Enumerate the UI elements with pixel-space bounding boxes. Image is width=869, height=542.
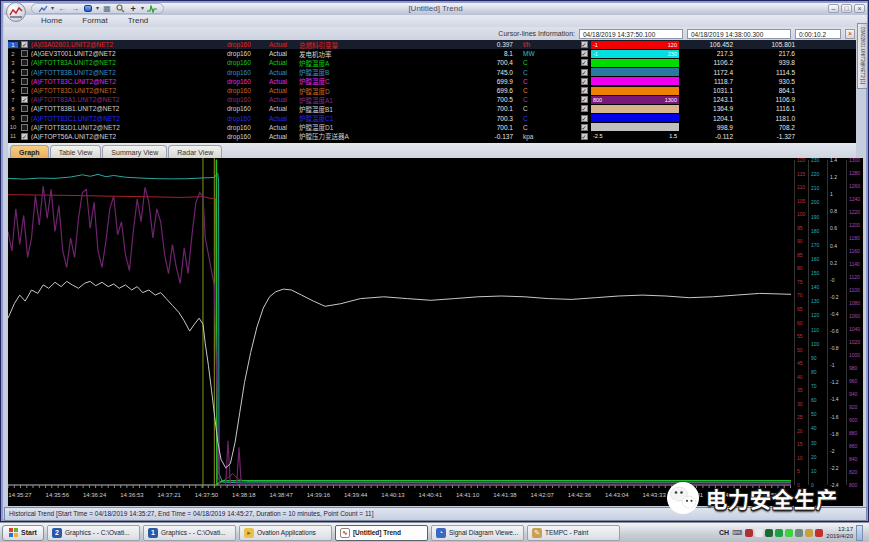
cursor-diff-value: -167.0 [795, 87, 856, 94]
window-icon[interactable] [83, 4, 93, 13]
forward-arrow-icon[interactable]: → [70, 4, 80, 13]
language-indicator[interactable]: CH [719, 529, 729, 536]
back-arrow-icon[interactable]: ← [57, 4, 67, 13]
cursor2-time-field[interactable]: 04/18/2019 14:38:00.300 [687, 29, 791, 39]
trend-window: [Untitled] Trend – □ × ▾ ← → ▾ ▦ [0, 0, 869, 522]
scale-min: -1 [593, 42, 598, 48]
scale-color-bar[interactable] [591, 123, 679, 131]
scale-color-bar[interactable]: -1230 [591, 50, 679, 58]
cursor-delta-field[interactable]: 0:00:10.2 [795, 29, 841, 39]
tab-graph[interactable]: Graph [10, 145, 49, 158]
axis-tick-label: 60 [797, 320, 803, 325]
plot-checkbox-cell: ✓ [577, 105, 591, 112]
row-checkbox[interactable]: ✓ [21, 41, 28, 48]
tray-icon-3[interactable] [765, 529, 773, 537]
plot-checkbox[interactable]: ✓ [581, 105, 588, 112]
cursor-info-close-icon[interactable]: × [845, 29, 855, 39]
plot-checkbox[interactable]: ✓ [581, 133, 588, 140]
zoom-icon[interactable] [115, 4, 125, 13]
signal-drop: drop160 [227, 50, 269, 57]
tab-table-view[interactable]: Table View [50, 145, 102, 158]
tray-icon-2[interactable] [755, 529, 763, 537]
plot-checkbox[interactable]: ✓ [581, 87, 588, 94]
taskbar-button-graphics-1[interactable]: 1Graphics - - C:\Ovati... [143, 525, 236, 541]
clock[interactable]: 13:17 2019/4/20 [826, 526, 853, 540]
tab-radar-view[interactable]: Radar View [168, 145, 222, 158]
close-button[interactable]: × [854, 4, 865, 13]
row-number: 3 [8, 60, 18, 66]
tray-icon-8[interactable] [815, 529, 823, 537]
taskbar-button-paint[interactable]: ✎TEMPC - Paint [527, 525, 620, 541]
trend-chart-icon[interactable] [38, 4, 48, 13]
scale-color-bar[interactable] [591, 114, 679, 122]
plot-checkbox-cell: ✓ [577, 124, 591, 131]
chevron-down-icon[interactable]: ▾ [96, 4, 99, 13]
start-button[interactable]: Start [2, 525, 44, 541]
plot-checkbox[interactable]: ✓ [581, 59, 588, 66]
scale-color-bar[interactable] [591, 59, 679, 67]
plot-checkbox[interactable]: ✓ [581, 50, 588, 57]
trend-chart[interactable]: 1201151101051009590858075706560555045403… [8, 158, 863, 506]
tray-icon-4[interactable] [775, 529, 783, 537]
chevron-down-icon[interactable]: ▾ [141, 4, 144, 13]
menu-tab-format[interactable]: Format [73, 15, 116, 27]
row-checkbox[interactable] [21, 69, 28, 76]
tray-icon-7[interactable] [805, 529, 813, 537]
table-row[interactable]: 11✓(A)FTOPT56A.UNIT2@NET2drop160Actual炉膛… [8, 132, 856, 141]
axis-tick-label: 1140 [849, 262, 860, 267]
plot-checkbox[interactable]: ✓ [581, 124, 588, 131]
side-panel-tab[interactable]: 03A02601.UNIT2@NET2 [1] [857, 23, 868, 89]
taskbar-button-graphics-2[interactable]: 2Graphics - - C:\Ovati... [47, 525, 140, 541]
scale-color-bar[interactable]: 8001300 [591, 96, 679, 104]
plot-checkbox[interactable]: ✓ [581, 69, 588, 76]
signal-value: 8.1 [457, 50, 517, 57]
row-checkbox[interactable] [21, 124, 28, 131]
row-checkbox[interactable] [21, 59, 28, 66]
row-checkbox[interactable] [21, 87, 28, 94]
axis-tick-label: 85 [797, 252, 803, 257]
cursor1-time-field[interactable]: 04/18/2019 14:37:50.100 [579, 29, 683, 39]
maximize-button[interactable]: □ [841, 4, 852, 13]
tray-icon-6[interactable] [795, 529, 803, 537]
grid-icon[interactable]: ▦ [102, 4, 112, 13]
menu-tab-trend[interactable]: Trend [119, 15, 158, 27]
keyboard-icon[interactable]: ⌨ [732, 529, 742, 537]
pulse-icon[interactable] [147, 4, 157, 13]
plot-checkbox[interactable]: ✓ [581, 41, 588, 48]
signal-name: (A)FTOTT83B1.UNIT2@NET2 [31, 105, 227, 112]
row-checkbox[interactable] [21, 105, 28, 112]
scale-color-bar[interactable] [591, 87, 679, 95]
plot-canvas[interactable] [8, 158, 793, 490]
axis-tick-label: 140 [811, 285, 819, 290]
cursor1-value: 1031.1 [679, 87, 733, 94]
signal-units: C [517, 115, 577, 122]
scale-color-bar[interactable] [591, 77, 679, 85]
scale-color-bar[interactable]: -1120 [591, 41, 679, 49]
signal-name: (A)FTOTT83A.UNIT2@NET2 [31, 59, 227, 66]
plot-checkbox[interactable]: ✓ [581, 78, 588, 85]
row-checkbox[interactable] [21, 115, 28, 122]
chevron-down-icon[interactable]: ▾ [51, 4, 54, 13]
menu-tab-home[interactable]: Home [32, 15, 71, 27]
row-checkbox[interactable] [21, 50, 28, 57]
taskbar-button-trend[interactable]: ∿[Untitled] Trend [335, 525, 428, 541]
add-icon[interactable]: + [128, 4, 138, 13]
taskbar-button-globe[interactable]: ◔Signal Diagram Viewe... [431, 525, 524, 541]
tray-icon-1[interactable] [745, 529, 753, 537]
signal-mode: Actual [269, 124, 299, 131]
tab-summary-view[interactable]: Summary View [102, 145, 167, 158]
taskbar-button-folder[interactable]: ▸Ovation Applications [239, 525, 332, 541]
row-checkbox[interactable]: ✓ [21, 133, 28, 140]
scale-color-bar[interactable]: -2.51.5 [591, 132, 679, 140]
row-checkbox[interactable]: ✓ [21, 96, 28, 103]
minimize-button[interactable]: – [828, 4, 839, 13]
show-desktop-button[interactable] [856, 525, 863, 541]
plot-checkbox[interactable]: ✓ [581, 115, 588, 122]
row-checkbox[interactable] [21, 78, 28, 85]
tray-icon-5[interactable] [785, 529, 793, 537]
scale-color-bar[interactable] [591, 68, 679, 76]
scale-color-bar[interactable] [591, 105, 679, 113]
plot-checkbox[interactable]: ✓ [581, 96, 588, 103]
app-menu-button[interactable] [6, 2, 26, 22]
taskbar-button-label: Graphics - - C:\Ovati... [65, 529, 130, 536]
